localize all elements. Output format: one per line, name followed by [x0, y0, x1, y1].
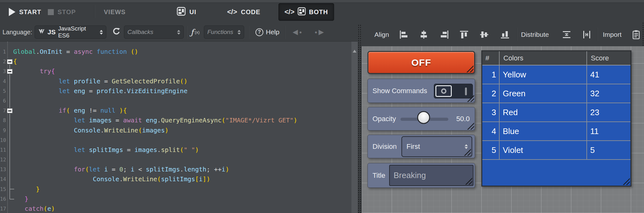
align-left-button[interactable]: [399, 23, 408, 46]
views-label: VIEWS: [104, 4, 126, 20]
functions-placeholder: Functions: [207, 29, 233, 36]
distribute-horizontal-button[interactable]: [582, 23, 591, 46]
refresh-button[interactable]: [112, 23, 121, 42]
division-widget[interactable]: Division First: [367, 135, 475, 158]
code-line[interactable]: [13, 155, 297, 165]
code-line[interactable]: }: [13, 194, 297, 204]
refresh-icon: [112, 27, 121, 37]
division-value: First: [406, 143, 420, 151]
resize-grip-icon[interactable]: [622, 177, 630, 185]
table-cell: Blue: [499, 122, 586, 140]
code-line[interactable]: try{: [13, 66, 297, 76]
align-middle-icon: [479, 30, 489, 39]
code-line[interactable]: let eng = profile.VizEditingEngine: [13, 86, 297, 96]
functions-dropdown[interactable]: Functions: [204, 23, 244, 42]
code-text[interactable]: Global.OnInit = async function (){ try{ …: [13, 47, 297, 213]
code-line[interactable]: for(let i = 0; i < splitImgs.length; ++i…: [13, 165, 297, 174]
table-row[interactable]: 2Green32: [482, 84, 630, 103]
start-button[interactable]: START: [9, 4, 41, 20]
start-label: START: [19, 8, 41, 16]
opacity-widget[interactable]: Opacity 50.0: [367, 107, 475, 131]
callbacks-dropdown[interactable]: Callbacks: [124, 23, 184, 42]
ui-window-icon: [177, 7, 186, 17]
table-cell: 41: [586, 65, 630, 84]
show-commands-toggle[interactable]: [434, 84, 473, 98]
distribute-vertical-button[interactable]: [562, 23, 571, 46]
ui-view-button[interactable]: UI: [177, 4, 196, 20]
align-middle-button[interactable]: [479, 23, 489, 46]
opacity-slider-knob[interactable]: [417, 111, 430, 124]
stop-label: STOP: [58, 8, 76, 16]
align-right-button[interactable]: [440, 23, 449, 46]
division-dropdown[interactable]: First: [401, 136, 472, 157]
code-line[interactable]: Console.WriteLine(images): [13, 126, 297, 135]
toolbar-divider: [249, 26, 249, 39]
spinner-arrows-icon: [465, 144, 468, 149]
align-top-button[interactable]: [459, 23, 469, 46]
resize-grip-icon[interactable]: [467, 122, 474, 130]
fold-collapse-icon[interactable]: [7, 59, 13, 64]
title-input[interactable]: [390, 165, 473, 185]
clipboard-icon: [632, 30, 641, 39]
editor-vertical-scrollbar[interactable]: [351, 42, 358, 213]
code-folding-column: [0, 42, 14, 213]
toggle-off-option[interactable]: [435, 85, 452, 97]
panel-splitter[interactable]: [358, 23, 362, 213]
code-line[interactable]: let splitImgs = images.split(" "): [13, 145, 297, 155]
code-line[interactable]: [13, 96, 297, 106]
stop-button[interactable]: STOP: [48, 4, 76, 20]
code-line[interactable]: catch(e): [13, 204, 297, 213]
language-dropdown[interactable]: JS JavaScript ES6: [35, 23, 106, 42]
off-button-widget[interactable]: OFF: [367, 51, 475, 74]
code-line[interactable]: }: [13, 184, 297, 194]
ui-designer-canvas[interactable]: OFF Show Commands Opacity 50.0 Division …: [362, 46, 644, 213]
table-cell: 32: [586, 84, 630, 103]
off-button-label: OFF: [412, 57, 431, 68]
scroll-up-icon[interactable]: [353, 50, 356, 53]
both-view-button[interactable]: </> BOTH: [278, 3, 334, 21]
code-line[interactable]: if( eng != null ){: [13, 106, 297, 115]
import-button[interactable]: Import: [603, 23, 622, 46]
align-center-button[interactable]: [419, 23, 428, 46]
scores-table-widget[interactable]: #ColorsScore 1Yellow412Green323Red234Blu…: [481, 50, 631, 187]
code-line[interactable]: {: [13, 57, 297, 66]
table-row[interactable]: 4Blue11: [482, 122, 630, 141]
resize-grip-icon[interactable]: [466, 65, 473, 72]
code-line[interactable]: Global.OnInit = async function (): [13, 47, 297, 57]
table-cell: 11: [586, 122, 630, 140]
division-label: Division: [372, 143, 397, 151]
align-bottom-button[interactable]: [500, 23, 510, 46]
forward-arrow-icon: ●▶: [315, 28, 324, 36]
table-cell: Yellow: [499, 65, 586, 84]
toolbar-divider: [597, 28, 598, 41]
show-commands-widget[interactable]: Show Commands: [367, 79, 475, 103]
code-line[interactable]: [13, 135, 297, 145]
toolbar-divider: [187, 26, 188, 39]
fold-collapse-icon[interactable]: [7, 108, 13, 114]
table-row[interactable]: 3Red23: [482, 103, 630, 122]
resize-grip-icon[interactable]: [463, 148, 471, 156]
fold-collapse-icon[interactable]: [7, 69, 13, 74]
code-icon: </>: [227, 8, 237, 16]
toolbar-divider: [94, 5, 95, 18]
code-line[interactable]: Console.WriteLine(splitImgs[i]): [13, 174, 297, 184]
table-empty-area: [482, 160, 630, 186]
code-line[interactable]: let profile = GetSelectedProfile(): [13, 76, 297, 86]
history-back-button[interactable]: ◀●: [293, 23, 302, 42]
toggle-on-icon[interactable]: [465, 87, 467, 95]
help-button[interactable]: ? Help: [255, 23, 279, 42]
table-row[interactable]: 5Violet5: [482, 141, 630, 160]
opacity-label: Opacity: [372, 115, 396, 123]
opacity-value: 50.0: [456, 115, 470, 123]
spinner-arrows-icon: [100, 30, 103, 35]
import-clipboard-button[interactable]: [632, 23, 641, 46]
table-body: 1Yellow412Green323Red234Blue115Violet5: [482, 65, 630, 160]
history-forward-button[interactable]: ●▶: [315, 23, 324, 42]
table-row[interactable]: 1Yellow41: [482, 65, 630, 84]
code-editor[interactable]: 1234567891011121314151617 Global.OnInit …: [0, 42, 351, 213]
code-icon: </>: [284, 8, 294, 16]
title-widget[interactable]: Title: [367, 163, 475, 188]
code-view-button[interactable]: </> CODE: [227, 4, 260, 20]
code-line[interactable]: let images = await eng.QueryEngineAsync(…: [13, 115, 297, 125]
ui-label: UI: [189, 8, 196, 16]
